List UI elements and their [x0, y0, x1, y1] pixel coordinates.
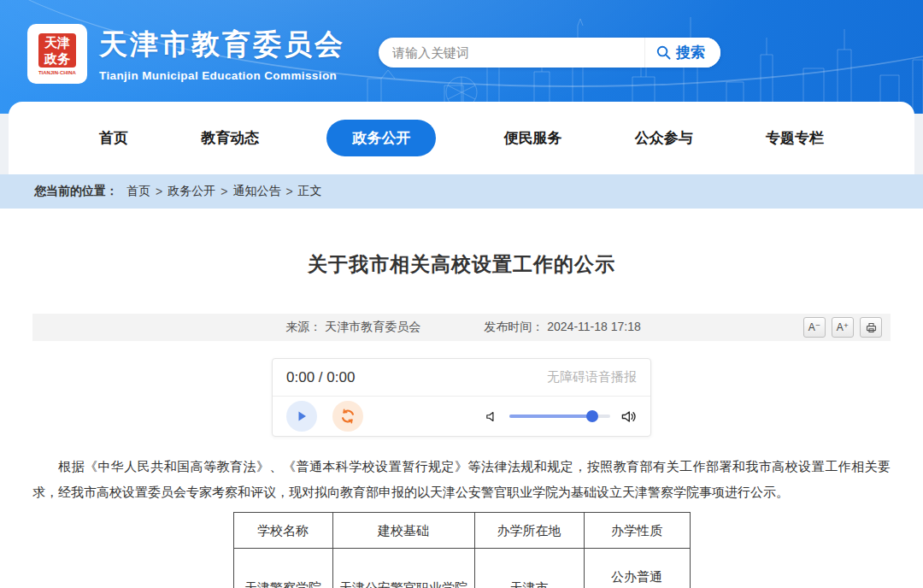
volume-slider[interactable]: [509, 410, 610, 422]
nav-item-home[interactable]: 首页: [94, 120, 133, 156]
print-button[interactable]: [860, 317, 882, 338]
seal-icon: 天津 政务: [38, 33, 76, 68]
article-content: 关于我市相关高校设置工作的公示 来源：天津市教育委员会 发布时间：2024-11…: [0, 209, 923, 588]
table-header-school-name: 学校名称: [233, 513, 332, 549]
meta-tools: A⁻ A⁺: [803, 317, 882, 338]
volume-fill: [509, 415, 592, 418]
volume-controls: [485, 409, 637, 425]
audio-player-header: 0:00 / 0:00 无障碍语音播报: [273, 359, 650, 397]
table-header-row: 学校名称 建校基础 办学所在地 办学性质: [233, 513, 690, 549]
site-logo[interactable]: 天津 政务 TIANJIN·CHINA: [27, 24, 87, 84]
table-header-location: 办学所在地: [474, 513, 584, 549]
cell-founding-basis: 天津公安警官职业学院: [332, 549, 474, 588]
breadcrumb-item-government-affairs[interactable]: 政务公开: [168, 184, 215, 199]
audio-player-controls: [273, 397, 650, 436]
article-title: 关于我市相关高校设置工作的公示: [0, 209, 923, 278]
article-body-paragraph: 根据《中华人民共和国高等教育法》、《普通本科学校设置暂行规定》等法律法规和规定，…: [32, 454, 891, 505]
audio-caption: 无障碍语音播报: [547, 369, 637, 385]
search-bar: 搜索: [379, 38, 720, 68]
city-skyline-decoration: [359, 0, 923, 114]
search-input[interactable]: [379, 38, 644, 68]
site-title: 天津市教育委员会: [99, 26, 345, 64]
cell-school-type-text: 公办普通本科高校: [585, 566, 690, 588]
breadcrumb: 您当前的位置： 首页 > 政务公开 > 通知公告 > 正文: [0, 174, 923, 209]
table-row: 天津警察学院 天津公安警官职业学院 天津市 公办普通本科高校: [233, 549, 690, 588]
breadcrumb-separator: >: [220, 185, 227, 198]
seal-line1: 天津: [38, 34, 76, 50]
cell-school-name: 天津警察学院: [233, 549, 332, 588]
source-value: 天津市教育委员会: [325, 320, 420, 333]
breadcrumb-separator: >: [156, 185, 162, 198]
search-button-label: 搜索: [676, 43, 705, 62]
nav-item-public-services[interactable]: 便民服务: [499, 120, 567, 156]
table-header-school-type: 办学性质: [584, 513, 690, 549]
cell-school-type: 公办普通本科高校: [584, 549, 690, 588]
breadcrumb-item-home[interactable]: 首页: [126, 184, 150, 199]
search-icon: [656, 44, 672, 61]
article-meta-bar: 来源：天津市教育委员会 发布时间：2024-11-18 17:18 A⁻ A⁺: [32, 314, 891, 341]
article-source: 来源：天津市教育委员会: [282, 320, 420, 335]
audio-time: 0:00 / 0:00: [286, 369, 355, 386]
play-icon: [295, 409, 309, 423]
printer-icon: [865, 321, 878, 334]
publish-time-label: 发布时间：: [484, 320, 544, 333]
volume-thumb[interactable]: [586, 410, 598, 422]
nav-item-public-participation[interactable]: 公众参与: [630, 120, 698, 156]
volume-mute-icon[interactable]: [485, 409, 499, 424]
breadcrumb-item-notices[interactable]: 通知公告: [232, 184, 280, 199]
main-nav: 首页 教育动态 政务公开 便民服务 公众参与 专题专栏: [9, 102, 914, 174]
breadcrumb-item-current: 正文: [298, 184, 322, 199]
replay-icon: [339, 408, 356, 425]
seal-line2: 政务: [38, 50, 76, 67]
play-button[interactable]: [286, 401, 317, 432]
site-header: 天津 政务 TIANJIN·CHINA 天津市教育委员会 Tianjin Mun…: [0, 0, 923, 114]
font-increase-button[interactable]: A⁺: [832, 317, 854, 338]
nav-item-special-columns[interactable]: 专题专栏: [761, 120, 829, 156]
nav-item-education-news[interactable]: 教育动态: [196, 120, 264, 156]
seal-caption: TIANJIN·CHINA: [38, 69, 76, 74]
cell-location: 天津市: [474, 549, 584, 588]
brand-text: 天津市教育委员会 Tianjin Municipal Education Com…: [99, 26, 345, 82]
volume-loud-icon[interactable]: [620, 409, 637, 425]
brand: 天津 政务 TIANJIN·CHINA 天津市教育委员会 Tianjin Mun…: [27, 24, 345, 84]
replay-button[interactable]: [332, 401, 363, 432]
nav-wrap: 首页 教育动态 政务公开 便民服务 公众参与 专题专栏: [9, 102, 914, 174]
search-button[interactable]: 搜索: [644, 38, 720, 68]
nav-item-government-affairs[interactable]: 政务公开: [326, 120, 436, 156]
article-publish-time: 发布时间：2024-11-18 17:18: [480, 320, 641, 335]
breadcrumb-label: 您当前的位置：: [34, 184, 118, 199]
table-header-founding-basis: 建校基础: [332, 513, 474, 549]
school-info-table: 学校名称 建校基础 办学所在地 办学性质 天津警察学院 天津公安警官职业学院 天…: [233, 512, 691, 588]
font-decrease-button[interactable]: A⁻: [803, 317, 826, 338]
source-label: 来源：: [285, 320, 321, 333]
site-subtitle: Tianjin Municipal Education Commission: [99, 69, 345, 82]
audio-player: 0:00 / 0:00 无障碍语音播报: [272, 358, 651, 437]
breadcrumb-separator: >: [285, 185, 292, 198]
publish-time-value: 2024-11-18 17:18: [547, 320, 641, 333]
